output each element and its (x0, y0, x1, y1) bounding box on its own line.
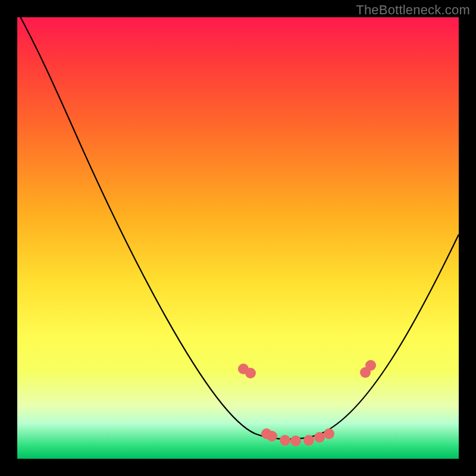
data-marker (303, 435, 314, 446)
bottleneck-curve (17, 11, 459, 439)
data-marker (314, 432, 325, 443)
data-marker (324, 428, 334, 439)
data-marker (267, 431, 277, 441)
data-marker (365, 360, 376, 371)
data-marker (245, 368, 256, 378)
watermark-text: TheBottleneck.com (356, 2, 470, 18)
data-marker (290, 436, 301, 446)
data-marker (280, 435, 290, 446)
marker-group (238, 360, 376, 446)
chart-svg (17, 17, 459, 459)
